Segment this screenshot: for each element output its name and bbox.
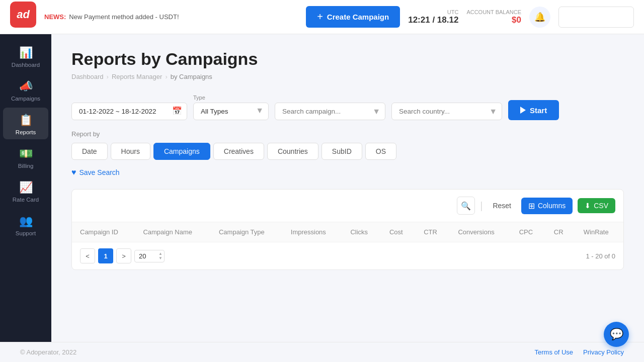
table-search-button[interactable]: 🔍 xyxy=(457,197,475,215)
col-campaign-id[interactable]: Campaign ID xyxy=(72,222,135,242)
campaigns-icon: 📣 xyxy=(19,80,33,93)
utc-block: UTC 12:21 / 18.12 xyxy=(408,9,458,25)
page-size-wrap: ▲ ▼ xyxy=(134,250,165,262)
sidebar-item-rate-card[interactable]: 📈 Rate Card xyxy=(3,175,48,207)
layout: 📊 Dashboard 📣 Campaigns 📋 Reports 💵 Bill… xyxy=(0,34,644,342)
breadcrumb-reports-manager[interactable]: Reports Manager xyxy=(112,73,162,80)
campaign-search-wrap: ▼ xyxy=(275,103,385,120)
columns-icon: ⊞ xyxy=(528,201,535,211)
col-clicks[interactable]: Clicks xyxy=(342,222,381,242)
data-table: Campaign ID Campaign Name Campaign Type … xyxy=(72,222,623,242)
chat-bubble-button[interactable]: 💬 xyxy=(604,322,629,347)
current-page: 1 xyxy=(98,248,113,263)
page-nav: < 1 > ▲ ▼ xyxy=(80,248,165,263)
breadcrumb-sep-2: › xyxy=(165,73,167,80)
page-size-arrows: ▲ ▼ xyxy=(158,252,163,260)
prev-page-button[interactable]: < xyxy=(80,248,95,263)
breadcrumb-sep-1: › xyxy=(107,73,109,80)
create-campaign-button[interactable]: + Create Campaign xyxy=(306,6,400,28)
col-cost[interactable]: Cost xyxy=(381,222,416,242)
page-title: Reports by Campaigns xyxy=(71,49,624,69)
col-ctr[interactable]: CTR xyxy=(416,222,450,242)
type-label: Type xyxy=(193,95,269,101)
support-icon: 👥 xyxy=(19,215,33,228)
type-select-wrap: Type All Types Push Pop Native Banner ▼ xyxy=(193,95,269,120)
sidebar-item-campaigns[interactable]: 📣 Campaigns xyxy=(3,74,48,106)
logo[interactable]: ad xyxy=(10,2,36,28)
tab-campaigns[interactable]: Campaigns xyxy=(153,143,210,160)
filter-row: 📅 Type All Types Push Pop Native Banner … xyxy=(71,95,624,120)
billing-icon: 💵 xyxy=(19,147,33,160)
tab-subid[interactable]: SubID xyxy=(321,143,362,160)
report-by-tabs: Date Hours Campaigns Creatives Countries… xyxy=(71,143,624,160)
page-size-down-icon[interactable]: ▼ xyxy=(158,256,163,260)
tab-hours[interactable]: Hours xyxy=(111,143,150,160)
chat-icon: 💬 xyxy=(610,328,623,341)
report-by-label: Report by xyxy=(71,130,624,138)
csv-button[interactable]: ⬇ CSV xyxy=(578,198,615,213)
sidebar: 📊 Dashboard 📣 Campaigns 📋 Reports 💵 Bill… xyxy=(0,34,51,342)
date-range-input[interactable] xyxy=(71,103,187,120)
rate-card-icon: 📈 xyxy=(19,181,33,194)
col-conversions[interactable]: Conversions xyxy=(450,222,511,242)
footer-links: Terms of Use Privacy Policy xyxy=(535,348,624,356)
table-card: 🔍 | Reset ⊞ Columns ⬇ CSV Campaign ID Ca… xyxy=(71,189,624,270)
country-search-wrap: ▼ xyxy=(391,103,502,120)
start-button[interactable]: Start xyxy=(508,100,559,120)
footer: © Adoperator, 2022 Terms of Use Privacy … xyxy=(0,342,644,362)
balance-block: ACCOUNT BALANCE $0 xyxy=(466,9,521,25)
breadcrumb-dashboard[interactable]: Dashboard xyxy=(71,73,104,80)
divider: | xyxy=(480,200,482,212)
date-picker-wrap: 📅 xyxy=(71,103,187,120)
reports-icon: 📋 xyxy=(19,114,33,127)
heart-icon: ♥ xyxy=(71,168,76,177)
news-label: NEWS: xyxy=(44,13,66,21)
page-size-up-icon[interactable]: ▲ xyxy=(158,252,163,256)
privacy-policy-link[interactable]: Privacy Policy xyxy=(583,348,624,356)
breadcrumb-current: by Campaigns xyxy=(171,73,212,80)
col-cr[interactable]: CR xyxy=(546,222,576,242)
save-search[interactable]: ♥ Save Search xyxy=(71,168,624,177)
terms-of-use-link[interactable]: Terms of Use xyxy=(535,348,574,356)
sidebar-item-support[interactable]: 👥 Support xyxy=(3,209,48,240)
pagination-row: < 1 > ▲ ▼ 1 - 20 of 0 xyxy=(72,242,623,269)
sidebar-item-dashboard[interactable]: 📊 Dashboard xyxy=(3,40,48,72)
play-icon xyxy=(520,107,526,114)
reset-button[interactable]: Reset xyxy=(488,199,516,213)
col-campaign-type[interactable]: Campaign Type xyxy=(211,222,283,242)
col-impressions[interactable]: Impressions xyxy=(283,222,343,242)
news-text: New Payment method added - USDT! xyxy=(69,13,179,21)
logo-icon: ad xyxy=(17,8,30,21)
col-campaign-name[interactable]: Campaign Name xyxy=(135,222,211,242)
tab-creatives[interactable]: Creatives xyxy=(213,143,264,160)
plus-icon: + xyxy=(317,11,323,23)
top-header: ad NEWS: New Payment method added - USDT… xyxy=(0,0,644,34)
user-avatar[interactable] xyxy=(558,7,634,28)
notifications-button[interactable]: 🔔 xyxy=(529,7,550,28)
news-bar: NEWS: New Payment method added - USDT! xyxy=(44,13,298,21)
campaign-search-input[interactable] xyxy=(275,103,385,120)
main-content: Reports by Campaigns Dashboard › Reports… xyxy=(51,34,644,342)
sidebar-item-reports[interactable]: 📋 Reports xyxy=(3,108,48,139)
type-select[interactable]: All Types Push Pop Native Banner xyxy=(193,103,269,120)
sidebar-item-billing[interactable]: 💵 Billing xyxy=(3,141,48,173)
next-page-button[interactable]: > xyxy=(116,248,131,263)
tab-countries[interactable]: Countries xyxy=(267,143,318,160)
breadcrumb: Dashboard › Reports Manager › by Campaig… xyxy=(71,73,624,80)
columns-button[interactable]: ⊞ Columns xyxy=(521,198,573,214)
header-actions: + Create Campaign UTC 12:21 / 18.12 ACCO… xyxy=(306,6,634,28)
tab-date[interactable]: Date xyxy=(71,143,108,160)
dashboard-icon: 📊 xyxy=(19,46,33,59)
tab-os[interactable]: OS xyxy=(365,143,396,160)
page-info: 1 - 20 of 0 xyxy=(586,252,615,260)
table-actions: 🔍 | Reset ⊞ Columns ⬇ CSV xyxy=(72,190,623,222)
col-cpc[interactable]: CPC xyxy=(511,222,546,242)
download-icon: ⬇ xyxy=(585,202,591,210)
country-search-input[interactable] xyxy=(391,103,502,120)
footer-copyright: © Adoperator, 2022 xyxy=(20,348,76,356)
col-winrate[interactable]: WinRate xyxy=(576,222,623,242)
